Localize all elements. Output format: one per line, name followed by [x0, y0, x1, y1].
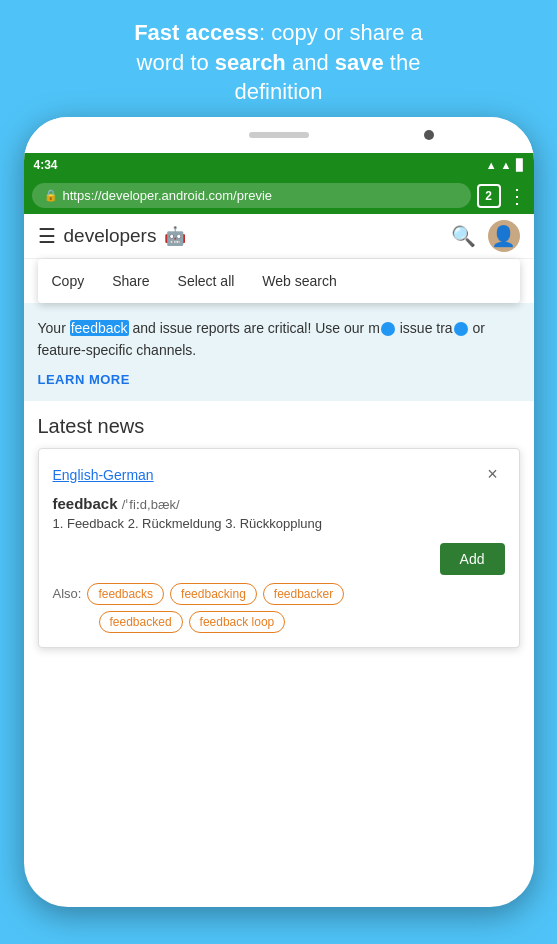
main-content: Latest news English-German × feedback /ˈ… — [24, 401, 534, 662]
also-row2: feedbacked feedback loop — [53, 611, 505, 633]
also-tag-feedbacker[interactable]: feedbacker — [263, 583, 344, 605]
content-text: Your feedback and issue reports are crit… — [38, 317, 520, 362]
highlighted-word: feedback — [70, 320, 129, 336]
hamburger-icon[interactable]: ☰ — [38, 224, 56, 248]
url-text: https://developer.android.com/previe — [63, 188, 273, 203]
nav-bar: ☰ developers 🤖 🔍 👤 — [24, 214, 534, 259]
dict-definition: 1. Feedback 2. Rückmeldung 3. Rückkopplu… — [53, 516, 505, 531]
add-button[interactable]: Add — [440, 543, 505, 575]
also-tag-feedback-loop[interactable]: feedback loop — [189, 611, 286, 633]
url-bar[interactable]: 🔒 https://developer.android.com/previe 2… — [24, 177, 534, 214]
also-tag-feedbacked[interactable]: feedbacked — [99, 611, 183, 633]
header-fast-access: Fast access — [134, 20, 259, 45]
android-icon: 🤖 — [164, 225, 186, 247]
phone-top — [24, 117, 534, 153]
lock-icon: 🔒 — [44, 189, 58, 202]
url-field[interactable]: 🔒 https://developer.android.com/previe — [32, 183, 471, 208]
header-line2-mid: and — [286, 50, 335, 75]
dict-language[interactable]: English-German — [53, 467, 154, 483]
avatar[interactable]: 👤 — [488, 220, 520, 252]
header-line2-end: the — [384, 50, 421, 75]
selection-handle-right — [454, 322, 468, 336]
also-tag-feedbacking[interactable]: feedbacking — [170, 583, 257, 605]
search-icon[interactable]: 🔍 — [451, 224, 476, 248]
header-text: Fast access: copy or share a word to sea… — [0, 0, 557, 117]
header-line2-start: word to — [137, 50, 215, 75]
content-text1: Your — [38, 320, 70, 336]
status-icons: ▲ ▲ ▊ — [486, 159, 524, 172]
dict-phonetic: /ˈfiːd,bæk/ — [122, 497, 180, 512]
site-title: developers — [64, 225, 157, 247]
nav-right: 🔍 👤 — [451, 220, 520, 252]
phone-camera — [424, 130, 434, 140]
content-text3: issue tra — [396, 320, 453, 336]
web-search-button[interactable]: Web search — [248, 267, 350, 295]
dictionary-card: English-German × feedback /ˈfiːd,bæk/ 1.… — [38, 448, 520, 648]
also-tag-feedbacks[interactable]: feedbacks — [87, 583, 164, 605]
content-text2: and issue reports are critical! Use our … — [129, 320, 380, 336]
dict-word-main: feedback — [53, 495, 118, 512]
tab-count[interactable]: 2 — [477, 184, 501, 208]
signal-icon: ▲ — [501, 159, 512, 171]
content-area: Your feedback and issue reports are crit… — [24, 303, 534, 401]
header-definition: definition — [234, 79, 322, 104]
header-line1-rest: : copy or share a — [259, 20, 423, 45]
close-icon[interactable]: × — [481, 463, 505, 487]
wifi-icon: ▲ — [486, 159, 497, 171]
battery-icon: ▊ — [516, 159, 524, 172]
selection-handle-left — [381, 322, 395, 336]
header-search: search — [215, 50, 286, 75]
latest-news-heading: Latest news — [38, 415, 520, 438]
status-time: 4:34 — [34, 158, 58, 172]
phone-shell: 4:34 ▲ ▲ ▊ 🔒 https://developer.android.c… — [24, 117, 534, 907]
phone-speaker — [249, 132, 309, 138]
status-bar: 4:34 ▲ ▲ ▊ — [24, 153, 534, 177]
nav-title-area: ☰ developers 🤖 — [38, 224, 187, 248]
share-button[interactable]: Share — [98, 267, 163, 295]
dict-card-header: English-German × — [53, 463, 505, 487]
menu-dots-icon[interactable]: ⋮ — [507, 184, 526, 208]
context-menu: Copy Share Select all Web search — [38, 259, 520, 303]
dict-word-row: feedback /ˈfiːd,bæk/ — [53, 495, 505, 512]
copy-button[interactable]: Copy — [38, 267, 99, 295]
header-save: save — [335, 50, 384, 75]
learn-more-link[interactable]: LEARN MORE — [38, 372, 520, 387]
also-row: Also: feedbacks feedbacking feedbacker — [53, 583, 505, 605]
also-label: Also: — [53, 586, 82, 601]
select-all-button[interactable]: Select all — [164, 267, 249, 295]
